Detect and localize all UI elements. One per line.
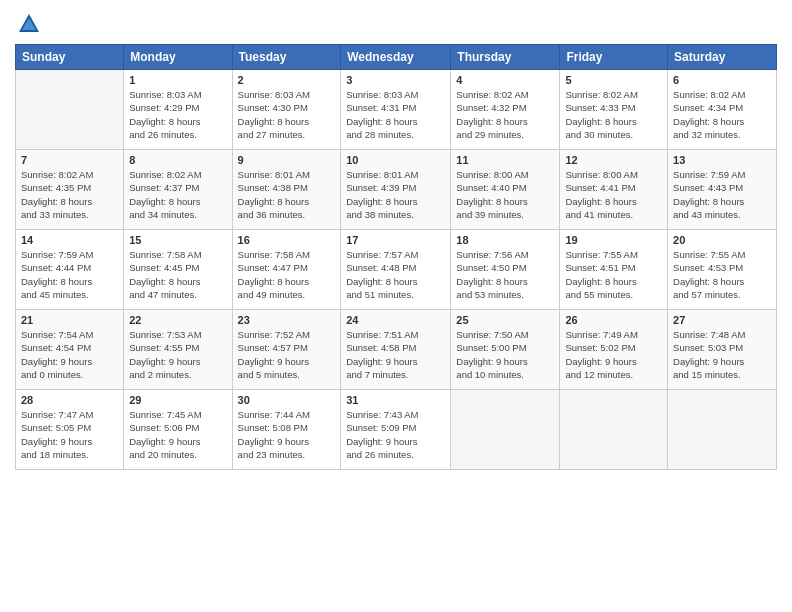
calendar-cell: 30Sunrise: 7:44 AMSunset: 5:08 PMDayligh…	[232, 390, 341, 470]
calendar-cell: 11Sunrise: 8:00 AMSunset: 4:40 PMDayligh…	[451, 150, 560, 230]
calendar-cell: 10Sunrise: 8:01 AMSunset: 4:39 PMDayligh…	[341, 150, 451, 230]
calendar-cell: 3Sunrise: 8:03 AMSunset: 4:31 PMDaylight…	[341, 70, 451, 150]
day-info: Sunrise: 8:02 AMSunset: 4:35 PMDaylight:…	[21, 168, 118, 221]
day-number: 19	[565, 234, 662, 246]
day-info: Sunrise: 7:56 AMSunset: 4:50 PMDaylight:…	[456, 248, 554, 301]
day-number: 2	[238, 74, 336, 86]
day-info: Sunrise: 8:02 AMSunset: 4:37 PMDaylight:…	[129, 168, 226, 221]
calendar-cell: 14Sunrise: 7:59 AMSunset: 4:44 PMDayligh…	[16, 230, 124, 310]
calendar-week-1: 1Sunrise: 8:03 AMSunset: 4:29 PMDaylight…	[16, 70, 777, 150]
day-info: Sunrise: 8:00 AMSunset: 4:40 PMDaylight:…	[456, 168, 554, 221]
day-number: 24	[346, 314, 445, 326]
day-info: Sunrise: 7:54 AMSunset: 4:54 PMDaylight:…	[21, 328, 118, 381]
day-info: Sunrise: 7:58 AMSunset: 4:45 PMDaylight:…	[129, 248, 226, 301]
day-info: Sunrise: 7:59 AMSunset: 4:44 PMDaylight:…	[21, 248, 118, 301]
day-info: Sunrise: 7:55 AMSunset: 4:51 PMDaylight:…	[565, 248, 662, 301]
calendar-header-row: SundayMondayTuesdayWednesdayThursdayFrid…	[16, 45, 777, 70]
day-number: 27	[673, 314, 771, 326]
calendar-cell: 24Sunrise: 7:51 AMSunset: 4:58 PMDayligh…	[341, 310, 451, 390]
day-info: Sunrise: 7:55 AMSunset: 4:53 PMDaylight:…	[673, 248, 771, 301]
calendar-cell: 22Sunrise: 7:53 AMSunset: 4:55 PMDayligh…	[124, 310, 232, 390]
day-number: 30	[238, 394, 336, 406]
calendar-cell: 12Sunrise: 8:00 AMSunset: 4:41 PMDayligh…	[560, 150, 668, 230]
calendar-table: SundayMondayTuesdayWednesdayThursdayFrid…	[15, 44, 777, 470]
day-number: 7	[21, 154, 118, 166]
day-info: Sunrise: 8:00 AMSunset: 4:41 PMDaylight:…	[565, 168, 662, 221]
day-number: 25	[456, 314, 554, 326]
day-info: Sunrise: 8:03 AMSunset: 4:30 PMDaylight:…	[238, 88, 336, 141]
day-info: Sunrise: 8:02 AMSunset: 4:32 PMDaylight:…	[456, 88, 554, 141]
day-number: 9	[238, 154, 336, 166]
day-number: 21	[21, 314, 118, 326]
logo	[15, 10, 47, 38]
header-day-sunday: Sunday	[16, 45, 124, 70]
day-number: 26	[565, 314, 662, 326]
calendar-cell: 5Sunrise: 8:02 AMSunset: 4:33 PMDaylight…	[560, 70, 668, 150]
day-info: Sunrise: 7:52 AMSunset: 4:57 PMDaylight:…	[238, 328, 336, 381]
day-number: 28	[21, 394, 118, 406]
calendar-week-2: 7Sunrise: 8:02 AMSunset: 4:35 PMDaylight…	[16, 150, 777, 230]
day-number: 29	[129, 394, 226, 406]
header-day-tuesday: Tuesday	[232, 45, 341, 70]
calendar-week-5: 28Sunrise: 7:47 AMSunset: 5:05 PMDayligh…	[16, 390, 777, 470]
calendar-cell	[451, 390, 560, 470]
day-info: Sunrise: 8:01 AMSunset: 4:39 PMDaylight:…	[346, 168, 445, 221]
calendar-cell: 19Sunrise: 7:55 AMSunset: 4:51 PMDayligh…	[560, 230, 668, 310]
day-info: Sunrise: 7:58 AMSunset: 4:47 PMDaylight:…	[238, 248, 336, 301]
day-number: 4	[456, 74, 554, 86]
calendar-cell: 25Sunrise: 7:50 AMSunset: 5:00 PMDayligh…	[451, 310, 560, 390]
day-number: 6	[673, 74, 771, 86]
day-number: 5	[565, 74, 662, 86]
calendar-week-3: 14Sunrise: 7:59 AMSunset: 4:44 PMDayligh…	[16, 230, 777, 310]
calendar-cell: 31Sunrise: 7:43 AMSunset: 5:09 PMDayligh…	[341, 390, 451, 470]
calendar-week-4: 21Sunrise: 7:54 AMSunset: 4:54 PMDayligh…	[16, 310, 777, 390]
day-number: 16	[238, 234, 336, 246]
calendar-cell: 21Sunrise: 7:54 AMSunset: 4:54 PMDayligh…	[16, 310, 124, 390]
day-number: 10	[346, 154, 445, 166]
day-number: 14	[21, 234, 118, 246]
calendar-cell: 23Sunrise: 7:52 AMSunset: 4:57 PMDayligh…	[232, 310, 341, 390]
calendar-cell: 2Sunrise: 8:03 AMSunset: 4:30 PMDaylight…	[232, 70, 341, 150]
header-day-saturday: Saturday	[668, 45, 777, 70]
calendar-cell: 6Sunrise: 8:02 AMSunset: 4:34 PMDaylight…	[668, 70, 777, 150]
calendar-cell: 17Sunrise: 7:57 AMSunset: 4:48 PMDayligh…	[341, 230, 451, 310]
day-info: Sunrise: 7:45 AMSunset: 5:06 PMDaylight:…	[129, 408, 226, 461]
day-number: 13	[673, 154, 771, 166]
day-info: Sunrise: 7:59 AMSunset: 4:43 PMDaylight:…	[673, 168, 771, 221]
day-info: Sunrise: 7:49 AMSunset: 5:02 PMDaylight:…	[565, 328, 662, 381]
day-info: Sunrise: 7:57 AMSunset: 4:48 PMDaylight:…	[346, 248, 445, 301]
day-number: 22	[129, 314, 226, 326]
calendar-cell: 8Sunrise: 8:02 AMSunset: 4:37 PMDaylight…	[124, 150, 232, 230]
day-info: Sunrise: 7:53 AMSunset: 4:55 PMDaylight:…	[129, 328, 226, 381]
day-number: 11	[456, 154, 554, 166]
calendar-cell	[16, 70, 124, 150]
day-info: Sunrise: 7:50 AMSunset: 5:00 PMDaylight:…	[456, 328, 554, 381]
day-number: 23	[238, 314, 336, 326]
day-number: 8	[129, 154, 226, 166]
calendar-cell	[668, 390, 777, 470]
calendar-cell: 28Sunrise: 7:47 AMSunset: 5:05 PMDayligh…	[16, 390, 124, 470]
calendar-cell: 20Sunrise: 7:55 AMSunset: 4:53 PMDayligh…	[668, 230, 777, 310]
day-number: 31	[346, 394, 445, 406]
calendar-cell: 16Sunrise: 7:58 AMSunset: 4:47 PMDayligh…	[232, 230, 341, 310]
day-info: Sunrise: 7:47 AMSunset: 5:05 PMDaylight:…	[21, 408, 118, 461]
calendar-cell: 18Sunrise: 7:56 AMSunset: 4:50 PMDayligh…	[451, 230, 560, 310]
day-info: Sunrise: 8:01 AMSunset: 4:38 PMDaylight:…	[238, 168, 336, 221]
calendar-cell: 1Sunrise: 8:03 AMSunset: 4:29 PMDaylight…	[124, 70, 232, 150]
calendar-body: 1Sunrise: 8:03 AMSunset: 4:29 PMDaylight…	[16, 70, 777, 470]
calendar-cell: 29Sunrise: 7:45 AMSunset: 5:06 PMDayligh…	[124, 390, 232, 470]
day-info: Sunrise: 7:48 AMSunset: 5:03 PMDaylight:…	[673, 328, 771, 381]
day-number: 15	[129, 234, 226, 246]
calendar-cell: 7Sunrise: 8:02 AMSunset: 4:35 PMDaylight…	[16, 150, 124, 230]
day-info: Sunrise: 7:43 AMSunset: 5:09 PMDaylight:…	[346, 408, 445, 461]
calendar-cell: 27Sunrise: 7:48 AMSunset: 5:03 PMDayligh…	[668, 310, 777, 390]
day-number: 1	[129, 74, 226, 86]
calendar-cell: 9Sunrise: 8:01 AMSunset: 4:38 PMDaylight…	[232, 150, 341, 230]
day-info: Sunrise: 8:03 AMSunset: 4:31 PMDaylight:…	[346, 88, 445, 141]
day-info: Sunrise: 7:44 AMSunset: 5:08 PMDaylight:…	[238, 408, 336, 461]
header-day-friday: Friday	[560, 45, 668, 70]
calendar-cell	[560, 390, 668, 470]
day-number: 17	[346, 234, 445, 246]
day-info: Sunrise: 8:03 AMSunset: 4:29 PMDaylight:…	[129, 88, 226, 141]
day-number: 12	[565, 154, 662, 166]
